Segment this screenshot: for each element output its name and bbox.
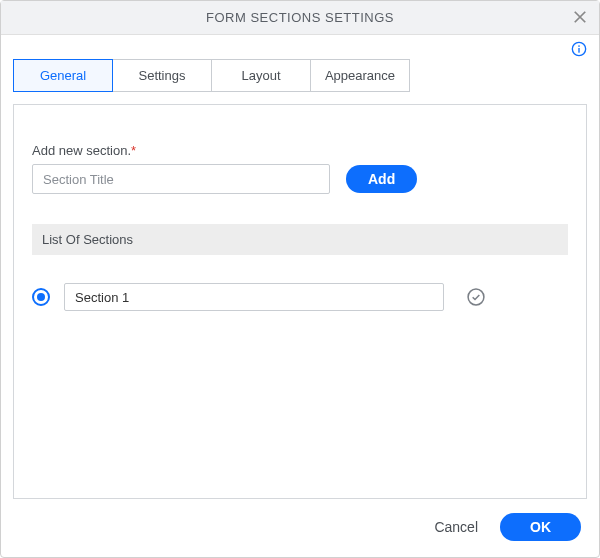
- add-section-label: Add new section.*: [32, 143, 568, 158]
- add-section-row: Add: [32, 164, 568, 194]
- close-icon[interactable]: [571, 7, 589, 29]
- check-circle-icon[interactable]: [466, 287, 486, 307]
- add-button[interactable]: Add: [346, 165, 417, 193]
- section-radio[interactable]: [32, 288, 50, 306]
- tab-appearance[interactable]: Appearance: [310, 59, 410, 92]
- tab-general[interactable]: General: [13, 59, 113, 92]
- radio-selected-icon: [37, 293, 45, 301]
- form-sections-settings-dialog: FORM SECTIONS SETTINGS General Settings …: [0, 0, 600, 558]
- dialog-footer: Cancel OK: [1, 499, 599, 557]
- section-name-input[interactable]: [64, 283, 444, 311]
- section-row: [32, 283, 568, 311]
- svg-point-1: [578, 45, 580, 47]
- section-title-input[interactable]: [32, 164, 330, 194]
- dialog-header: FORM SECTIONS SETTINGS: [1, 1, 599, 35]
- info-row: [1, 35, 599, 57]
- ok-button[interactable]: OK: [500, 513, 581, 541]
- tab-settings[interactable]: Settings: [112, 59, 212, 92]
- add-section-label-text: Add new section.: [32, 143, 131, 158]
- svg-point-3: [468, 289, 484, 305]
- tabs: General Settings Layout Appearance: [1, 57, 599, 92]
- svg-rect-2: [578, 48, 579, 53]
- cancel-button[interactable]: Cancel: [430, 513, 482, 541]
- tab-layout[interactable]: Layout: [211, 59, 311, 92]
- info-icon[interactable]: [571, 41, 587, 57]
- tab-panel-general: Add new section.* Add List Of Sections: [13, 104, 587, 499]
- required-marker: *: [131, 143, 136, 158]
- list-of-sections-header: List Of Sections: [32, 224, 568, 255]
- dialog-title: FORM SECTIONS SETTINGS: [13, 10, 587, 25]
